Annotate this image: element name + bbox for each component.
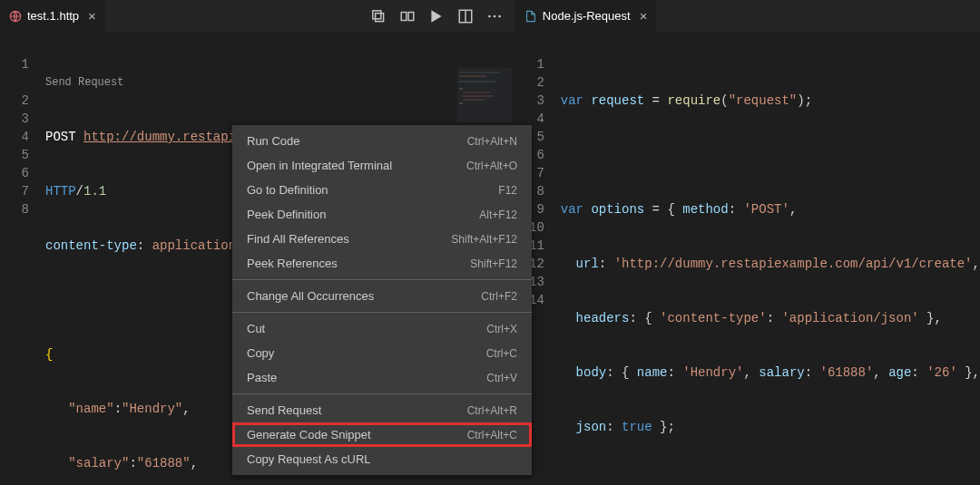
svg-rect-11 [459, 72, 500, 73]
line-gutter: 12345678 [0, 32, 45, 485]
editor-actions [370, 8, 515, 24]
file-icon [524, 10, 537, 23]
menu-item-send-request[interactable]: Send RequestCtrl+Alt+R [232, 398, 532, 422]
svg-rect-15 [463, 92, 490, 93]
code-line[interactable]: body: { name: 'Hendry', salary: '61888',… [561, 364, 980, 382]
menu-item-open-terminal[interactable]: Open in Integrated TerminalCtrl+Alt+O [232, 153, 532, 178]
run-icon[interactable] [428, 8, 445, 24]
code-content-right[interactable]: var request = require("request"); var op… [561, 32, 980, 485]
svg-rect-2 [373, 10, 381, 18]
right-editor-pane: Node.js-Request × 1234567891011121314 va… [515, 0, 980, 485]
code-line[interactable]: var request = require("request"); [561, 92, 980, 110]
context-menu: Run CodeCtrl+Alt+N Open in Integrated Te… [232, 125, 532, 475]
tab-test-http[interactable]: test.1.http × [0, 0, 105, 32]
globe-icon [9, 10, 22, 23]
code-line[interactable] [561, 146, 980, 164]
code-line[interactable]: var options = { method: 'POST', [561, 200, 980, 218]
menapproaches-item-copy[interactable]: CopyCtrl+C [232, 341, 532, 365]
svg-point-7 [488, 15, 491, 17]
diff-icon[interactable] [399, 8, 416, 24]
code-line[interactable]: json: true }; [561, 418, 980, 436]
svg-point-8 [493, 15, 495, 17]
svg-rect-12 [459, 75, 486, 77]
svg-rect-4 [408, 12, 414, 20]
svg-point-9 [498, 15, 501, 17]
close-icon[interactable]: × [88, 8, 96, 24]
svg-rect-13 [459, 81, 495, 82]
split-icon[interactable] [457, 8, 474, 24]
code-line[interactable]: url: 'http://dummy.restapiexample.com/ap… [561, 255, 980, 273]
menu-item-peek-references[interactable]: Peek ReferencesShift+F12 [232, 251, 532, 276]
svg-rect-18 [459, 102, 463, 104]
code-line[interactable] [561, 472, 980, 485]
menu-separator [232, 393, 532, 394]
menu-item-find-references[interactable]: Find All ReferencesShift+Alt+F12 [232, 227, 532, 251]
menu-item-cut[interactable]: CutCtrl+X [232, 316, 532, 341]
close-icon[interactable]: × [640, 8, 648, 24]
right-editor[interactable]: 1234567891011121314 var request = requir… [515, 32, 980, 485]
menu-item-copy-curl[interactable]: Copy Request As cURL [232, 447, 532, 471]
svg-rect-1 [375, 13, 383, 21]
menu-item-run-code[interactable]: Run CodeCtrl+Alt+N [232, 129, 532, 153]
tab-bar-left: test.1.http × [0, 0, 515, 32]
menu-separator [232, 279, 532, 280]
menu-separator [232, 312, 532, 313]
svg-rect-17 [463, 99, 485, 101]
svg-rect-3 [401, 12, 407, 20]
tab-bar-right: Node.js-Request × [515, 0, 980, 32]
menu-item-paste[interactable]: PasteCtrl+V [232, 365, 532, 390]
tab-nodejs-request[interactable]: Node.js-Request × [515, 0, 657, 32]
svg-rect-14 [459, 88, 463, 90]
tab-title: test.1.http [27, 9, 79, 23]
menu-item-generate-snippet[interactable]: Generate Code SnippetCtrl+Alt+C [232, 422, 532, 447]
menu-item-peek-definition[interactable]: Peek DefinitionAlt+F12 [232, 202, 532, 227]
tab-title: Node.js-Request [543, 9, 631, 23]
copy-icon[interactable] [370, 8, 387, 24]
code-line[interactable]: headers: { 'content-type': 'application/… [561, 309, 980, 327]
send-request-codelens[interactable]: Send Request [45, 73, 426, 92]
more-icon[interactable] [486, 8, 503, 24]
menu-item-go-to-definition[interactable]: Go to DefinitionF12 [232, 178, 532, 202]
menu-item-change-occurrences[interactable]: Change All OccurrencesCtrl+F2 [232, 284, 532, 308]
svg-rect-16 [463, 95, 494, 97]
